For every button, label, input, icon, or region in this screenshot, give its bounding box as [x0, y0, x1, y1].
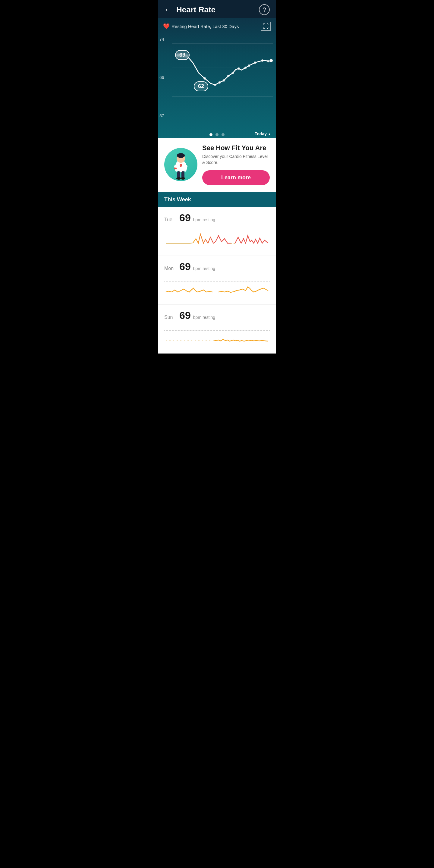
y-label-74: 74: [158, 37, 169, 41]
svg-point-12: [244, 67, 247, 69]
day-row-mon: Mon 69 bpm resting: [158, 256, 276, 305]
heart-rate-chart: [172, 34, 273, 121]
svg-point-11: [238, 67, 240, 70]
fitness-avatar: +: [164, 148, 197, 181]
svg-point-9: [227, 75, 230, 77]
bpm-value-sun: 69: [179, 310, 191, 321]
fitness-desc: Discover your Cardio Fitness Level & Sco…: [202, 154, 270, 165]
today-label: Today ▲: [255, 131, 271, 136]
sun-chart-svg: [164, 324, 270, 348]
learn-more-button[interactable]: Learn more: [202, 170, 270, 185]
fitness-content: See How Fit You Are Discover your Cardio…: [202, 144, 270, 185]
day-row-sun: Sun 69 bpm resting: [158, 305, 276, 353]
tue-chart-svg: [164, 227, 270, 251]
day-label-mon: Mon: [164, 266, 177, 271]
svg-point-10: [231, 72, 234, 74]
svg-point-15: [261, 59, 264, 62]
mon-chart-svg: [164, 276, 270, 300]
bpm-unit-mon: bpm resting: [193, 266, 215, 271]
day-row-tue: Tue 69 bpm resting: [158, 207, 276, 256]
svg-point-16: [267, 60, 270, 62]
svg-point-13: [248, 64, 250, 67]
day-label-tue: Tue: [164, 217, 177, 222]
day-label-sun: Sun: [164, 315, 177, 320]
chart-legend-text: Resting Heart Rate, Last 30 Days: [172, 24, 239, 29]
y-label-57: 57: [158, 113, 169, 118]
svg-point-14: [254, 61, 256, 64]
chart-legend-row: ❤️ Resting Heart Rate, Last 30 Days ⛶: [158, 22, 276, 34]
page-title: Heart Rate: [176, 5, 259, 14]
heart-icon: ❤️: [163, 23, 170, 30]
heart-chart-mon: [164, 276, 270, 300]
pagination-dots: Today ▲: [158, 130, 276, 138]
dashed-line-sun: [164, 330, 270, 331]
avatar-figure: +: [167, 150, 194, 180]
svg-point-26: [176, 177, 181, 180]
dashed-line-mon: [164, 281, 270, 282]
svg-point-8: [223, 79, 225, 82]
this-week-title: This Week: [164, 196, 191, 203]
heart-chart-sun: [164, 324, 270, 348]
help-button[interactable]: ?: [259, 4, 270, 15]
svg-point-7: [218, 82, 221, 84]
day-row-header-sun: Sun 69 bpm resting: [164, 310, 270, 321]
chart-legend: ❤️ Resting Heart Rate, Last 30 Days: [163, 23, 239, 30]
y-label-66: 66: [158, 75, 169, 80]
svg-point-21: [177, 153, 185, 158]
fitness-card: + See How Fit You Are Discover your Card…: [158, 138, 276, 192]
day-row-header-mon: Mon 69 bpm resting: [164, 261, 270, 273]
svg-point-6: [214, 84, 216, 86]
y-axis-labels: 74 66 57: [158, 34, 169, 130]
heart-chart-tue: [164, 227, 270, 251]
bpm-value-mon: 69: [179, 261, 191, 273]
svg-point-27: [181, 177, 185, 180]
dot-1[interactable]: [210, 133, 213, 136]
fitness-title: See How Fit You Are: [202, 144, 270, 152]
header-section: ← Heart Rate ? ❤️ Resting Heart Rate, La…: [158, 0, 276, 138]
dot-3[interactable]: [221, 133, 224, 136]
chart-svg-container: 69 62: [172, 34, 273, 130]
dot-2[interactable]: [216, 133, 218, 136]
chart-container: 74 66 57: [158, 34, 276, 130]
this-week-header: This Week: [158, 192, 276, 207]
bpm-value-tue: 69: [179, 212, 191, 224]
data-bubble-62: 62: [194, 82, 208, 91]
chart-area: ❤️ Resting Heart Rate, Last 30 Days ⛶ 74…: [158, 18, 276, 138]
expand-button[interactable]: ⛶: [261, 22, 271, 31]
svg-point-5: [204, 77, 206, 80]
today-arrow-icon: ▲: [268, 132, 271, 135]
day-row-header-tue: Tue 69 bpm resting: [164, 212, 270, 224]
data-bubble-69: 69: [175, 50, 190, 60]
back-button[interactable]: ←: [164, 6, 172, 13]
top-bar: ← Heart Rate ?: [158, 0, 276, 18]
bpm-unit-tue: bpm resting: [193, 217, 215, 222]
bpm-unit-sun: bpm resting: [193, 315, 215, 320]
svg-rect-28: [174, 167, 177, 169]
svg-text:+: +: [180, 164, 182, 167]
svg-point-17: [270, 59, 273, 62]
